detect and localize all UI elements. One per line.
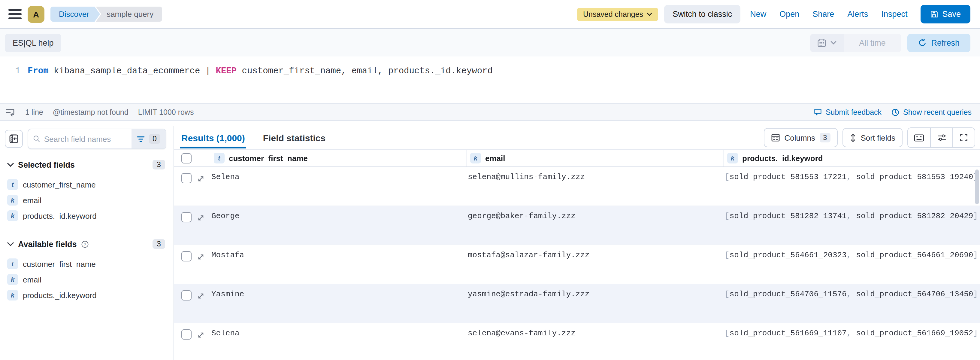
cell-products: [sold_product_581553_17221,sold_product_…	[724, 173, 980, 181]
expand-row-icon[interactable]	[197, 174, 205, 182]
chevron-down-icon	[7, 163, 14, 167]
sort-fields-button[interactable]: Sort fields	[843, 128, 902, 147]
cell-customer-first-name: Yasmine	[210, 290, 466, 299]
tab-results[interactable]: Results (1,000)	[180, 127, 246, 148]
available-fields-header[interactable]: Available fields ? 3	[7, 239, 165, 249]
results-data-grid: t customer_first_name k email k products…	[174, 149, 980, 360]
esql-editor[interactable]: 1 From kibana_sample_data_ecommerce | KE…	[0, 56, 980, 103]
chevron-down-icon	[7, 242, 14, 246]
help-icon[interactable]: ?	[81, 240, 89, 248]
cell-products: [sold_product_564661_20323,sold_product_…	[724, 251, 980, 260]
word-wrap-icon[interactable]	[6, 108, 16, 116]
available-fields-count: 3	[153, 239, 165, 249]
vertical-scrollbar-thumb[interactable]	[975, 170, 979, 204]
search-field-names-input[interactable]	[44, 134, 127, 143]
cell-email: selena@evans-family.zzz	[466, 329, 724, 338]
keyboard-icon	[914, 134, 924, 142]
save-button[interactable]: Save	[921, 5, 970, 24]
select-row-checkbox[interactable]	[181, 330, 192, 339]
field-type-keyword-icon: k	[7, 195, 18, 206]
table-icon	[771, 133, 780, 142]
field-item[interactable]: t customer_first_name	[5, 177, 166, 192]
columns-button[interactable]: Columns 3	[764, 128, 838, 147]
selected-fields-count: 3	[153, 160, 165, 170]
discover-main: 0 Selected fields 3 t customer_first_nam…	[0, 126, 980, 360]
field-item[interactable]: k email	[5, 272, 166, 287]
table-row: Selena selena@evans-family.zzz [sold_pro…	[174, 323, 980, 360]
select-row-checkbox[interactable]	[181, 251, 192, 261]
cell-email: mostafa@salazar-family.zzz	[466, 251, 724, 260]
refresh-button[interactable]: Refresh	[907, 34, 970, 52]
select-row-checkbox[interactable]	[181, 212, 192, 222]
field-item[interactable]: t customer_first_name	[5, 256, 166, 272]
share-link[interactable]: Share	[809, 10, 838, 19]
field-item[interactable]: k products._id.keyword	[5, 208, 166, 224]
column-header-customer-first-name[interactable]: t customer_first_name	[210, 150, 466, 166]
limit-note: LIMIT 1000 rows	[138, 108, 194, 116]
table-row: Yasmine yasmine@estrada-family.zzz [sold…	[174, 284, 980, 323]
token-keep: KEEP	[216, 66, 237, 76]
menu-icon[interactable]	[8, 9, 22, 19]
field-item[interactable]: k email	[5, 192, 166, 208]
chevron-down-icon	[647, 12, 652, 16]
select-row-checkbox[interactable]	[181, 290, 192, 301]
cell-customer-first-name: Selena	[210, 329, 466, 338]
cell-customer-first-name: George	[210, 211, 466, 221]
kibana-discover-app: A Discover sample query Unsaved changes …	[0, 0, 980, 360]
time-range-value[interactable]: All time	[843, 34, 901, 52]
results-panel: Results (1,000) Field statistics Columns…	[174, 126, 980, 360]
table-row: George george@baker-family.zzz [sold_pro…	[174, 206, 980, 245]
token-fields: customer_first_name, email, products._id…	[237, 66, 493, 76]
esql-help-button[interactable]: ES|QL help	[5, 34, 62, 52]
sort-icon	[850, 133, 856, 142]
selected-fields-header[interactable]: Selected fields 3	[7, 160, 165, 170]
field-filter-button[interactable]: 0	[132, 129, 166, 149]
grid-header-row: t customer_first_name k email k products…	[174, 149, 980, 167]
select-all-checkbox[interactable]	[181, 153, 192, 163]
cell-email: selena@mullins-family.zzz	[466, 173, 724, 181]
submit-feedback-link[interactable]: Submit feedback	[814, 108, 881, 116]
field-type-text-icon: t	[7, 179, 18, 190]
cell-products: [sold_product_581282_13741,sold_product_…	[724, 211, 980, 221]
field-item[interactable]: k products._id.keyword	[5, 287, 166, 303]
keyboard-shortcuts-button[interactable]	[908, 128, 930, 147]
line-number: 1	[12, 66, 21, 76]
cell-products: [sold_product_561669_11107,sold_product_…	[724, 329, 980, 338]
breadcrumb-discover[interactable]: Discover	[51, 6, 100, 22]
column-header-email[interactable]: k email	[466, 150, 724, 166]
unsaved-changes-badge[interactable]: Unsaved changes	[577, 8, 658, 21]
field-search[interactable]	[28, 129, 132, 149]
columns-count-badge: 3	[819, 133, 830, 142]
fullscreen-icon	[959, 133, 968, 142]
field-type-keyword-icon: k	[727, 153, 738, 163]
tab-field-statistics[interactable]: Field statistics	[262, 127, 327, 148]
refresh-icon	[918, 38, 926, 47]
breadcrumb: Discover sample query	[51, 6, 162, 22]
table-row: Mostafa mostafa@salazar-family.zzz [sold…	[174, 245, 980, 284]
expand-row-icon[interactable]	[197, 292, 205, 299]
field-type-keyword-icon: k	[470, 153, 481, 163]
show-recent-queries-link[interactable]: Show recent queries	[891, 108, 972, 116]
display-options-button[interactable]	[930, 128, 952, 147]
filter-count-badge: 0	[149, 134, 160, 144]
collapse-sidebar-button[interactable]	[5, 130, 23, 148]
field-type-keyword-icon: k	[7, 274, 18, 285]
expand-row-icon[interactable]	[197, 253, 205, 261]
chevron-down-icon	[830, 41, 836, 45]
date-picker-quick-select[interactable]	[810, 34, 843, 52]
cell-email: yasmine@estrada-family.zzz	[466, 290, 724, 299]
avatar[interactable]: A	[28, 6, 45, 22]
field-type-text-icon: t	[7, 258, 18, 269]
inspect-link[interactable]: Inspect	[878, 10, 911, 19]
alerts-link[interactable]: Alerts	[844, 10, 872, 19]
expand-row-icon[interactable]	[197, 214, 205, 221]
open-link[interactable]: Open	[776, 10, 803, 19]
fullscreen-button[interactable]	[952, 128, 975, 147]
svg-text:?: ?	[83, 242, 86, 246]
expand-row-icon[interactable]	[197, 331, 205, 339]
switch-to-classic-button[interactable]: Switch to classic	[664, 5, 740, 24]
select-row-checkbox[interactable]	[181, 173, 192, 183]
token-pipe: |	[205, 66, 216, 76]
new-link[interactable]: New	[746, 10, 770, 19]
column-header-products-id-keyword[interactable]: k products._id.keyword	[724, 150, 980, 166]
